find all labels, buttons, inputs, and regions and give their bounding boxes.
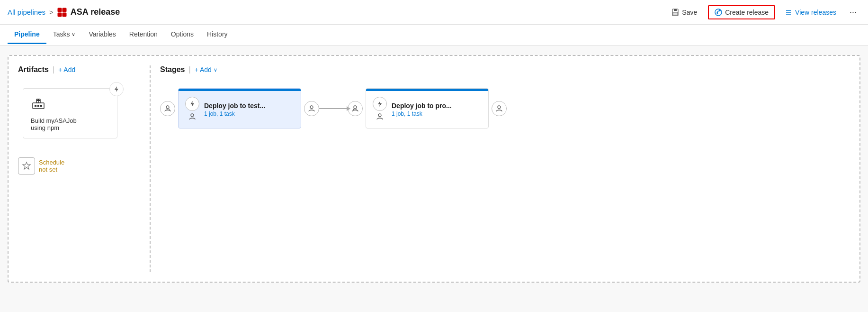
stages-header: Stages | + Add ∨	[160, 65, 850, 74]
svg-marker-19	[23, 162, 30, 169]
stages-dropdown-arrow: ∨	[214, 67, 217, 73]
svg-rect-2	[58, 13, 62, 17]
tab-retention[interactable]: Retention	[123, 26, 164, 44]
tab-tasks[interactable]: Tasks ∨	[46, 26, 82, 44]
artifacts-add-button[interactable]: + Add	[58, 66, 75, 73]
tab-options[interactable]: Options	[164, 26, 200, 44]
stage2-name: Deploy job to pro...	[392, 102, 482, 110]
nav-tabs: Pipeline Tasks ∨ Variables Retention Opt…	[0, 25, 868, 46]
stages-title: Stages	[160, 65, 185, 74]
stage1-lightning-icon	[185, 97, 199, 111]
svg-point-24	[354, 106, 357, 109]
stage2-meta: 1 job, 1 task	[392, 110, 482, 117]
more-options-button[interactable]: ···	[846, 5, 860, 19]
artifacts-sep: |	[53, 65, 54, 74]
stage1-left-icons	[185, 97, 199, 122]
stage1-info: Deploy job to test... 1 job, 1 task	[204, 102, 294, 117]
schedule-text: Schedule not set	[39, 159, 64, 173]
breadcrumb-separator: >	[49, 8, 54, 16]
stage-wrapper-1: Deploy job to test... 1 job, 1 task	[160, 88, 319, 128]
stage1-post-icon[interactable]	[304, 101, 319, 116]
save-button[interactable]: Save	[666, 6, 702, 19]
tab-pipeline[interactable]: Pipeline	[8, 26, 46, 44]
stage1-meta: 1 job, 1 task	[204, 110, 294, 117]
svg-rect-1	[63, 8, 66, 12]
stage2-lightning-icon	[373, 97, 387, 111]
header: All pipelines > ASA release Save	[0, 0, 868, 25]
svg-point-20	[166, 106, 169, 109]
svg-rect-16	[40, 105, 42, 107]
schedule-icon	[18, 157, 35, 174]
stage2-left-icons	[373, 97, 387, 122]
view-releases-button[interactable]: View releases	[781, 6, 840, 18]
stage2-post-icon[interactable]	[492, 101, 507, 116]
tab-history[interactable]: History	[200, 26, 234, 44]
header-left: All pipelines > ASA release	[8, 7, 120, 17]
artifact-build-icon	[31, 95, 46, 113]
stage1-body: Deploy job to test... 1 job, 1 task	[179, 91, 301, 128]
svg-rect-0	[58, 8, 62, 12]
svg-point-27	[498, 106, 501, 109]
svg-rect-14	[35, 105, 36, 107]
pipeline-icon	[57, 8, 67, 17]
stage1-person-icon	[188, 113, 196, 122]
stages-area: Deploy job to test... 1 job, 1 task	[160, 88, 850, 128]
svg-rect-5	[674, 9, 677, 11]
stage-card-2[interactable]: Deploy job to pro... 1 job, 1 task	[366, 88, 489, 128]
save-icon	[671, 9, 679, 16]
view-releases-label: View releases	[795, 9, 836, 16]
stage2-person-icon	[376, 113, 384, 122]
svg-point-22	[191, 114, 194, 117]
tasks-dropdown-arrow: ∨	[72, 31, 75, 37]
all-pipelines-link[interactable]: All pipelines	[8, 8, 45, 16]
stage1-pre-icon[interactable]	[160, 101, 175, 116]
stage1-name: Deploy job to test...	[204, 102, 294, 110]
artifact-card[interactable]: Build myASAJob using npm	[23, 88, 117, 138]
create-release-label: Create release	[725, 9, 769, 16]
svg-point-23	[310, 106, 313, 109]
artifacts-panel: Artifacts | + Add	[18, 65, 151, 272]
header-actions: Save Create release View releases ···	[666, 5, 860, 19]
create-release-icon	[715, 9, 722, 16]
stage-card-1[interactable]: Deploy job to test... 1 job, 1 task	[178, 88, 301, 128]
svg-point-7	[715, 9, 722, 16]
svg-rect-6	[673, 12, 678, 15]
stage2-info: Deploy job to pro... 1 job, 1 task	[392, 102, 482, 117]
stage2-body: Deploy job to pro... 1 job, 1 task	[366, 91, 488, 128]
artifact-lightning-icon[interactable]	[109, 82, 124, 96]
tab-variables[interactable]: Variables	[82, 26, 122, 44]
view-releases-icon	[785, 9, 792, 16]
artifact-name: Build myASAJob using npm	[31, 117, 77, 131]
svg-rect-3	[63, 13, 66, 17]
artifacts-title: Artifacts	[18, 65, 49, 74]
schedule-section[interactable]: Schedule not set	[18, 157, 140, 174]
stages-panel: Stages | + Add ∨	[151, 65, 850, 272]
pipeline-canvas: Artifacts | + Add	[8, 55, 860, 283]
svg-marker-21	[190, 101, 194, 107]
page-title: ASA release	[71, 7, 120, 17]
artifacts-header: Artifacts | + Add	[18, 65, 140, 74]
save-label: Save	[682, 9, 697, 16]
main-content: Artifacts | + Add	[0, 46, 868, 312]
stage-wrapper-2: Deploy job to pro... 1 job, 1 task	[348, 88, 507, 128]
svg-point-26	[378, 114, 381, 117]
stages-add-button[interactable]: + Add ∨	[195, 66, 217, 73]
stage-connector	[319, 108, 348, 109]
stages-sep: |	[188, 65, 190, 74]
svg-rect-15	[37, 105, 39, 107]
svg-marker-12	[115, 86, 118, 92]
create-release-button[interactable]: Create release	[708, 5, 775, 19]
svg-point-8	[719, 9, 721, 11]
svg-marker-25	[378, 101, 382, 107]
